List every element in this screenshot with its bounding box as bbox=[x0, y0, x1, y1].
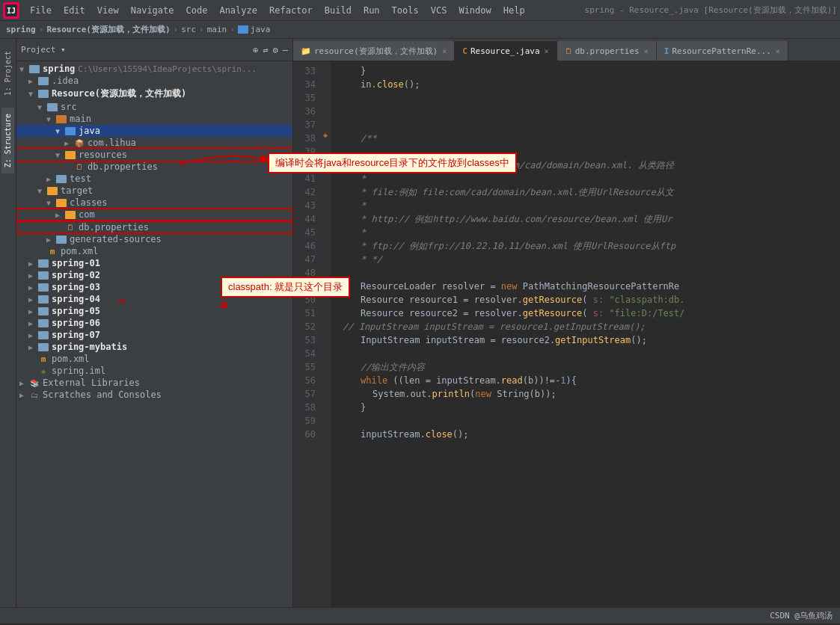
sidebar-title: Project ▾ bbox=[21, 45, 66, 55]
tree-item-target[interactable]: ▼ target bbox=[16, 185, 292, 197]
code-line-52: // InputStream inputStream = resource1.g… bbox=[337, 320, 834, 333]
tree-item-com[interactable]: ▶ com bbox=[16, 209, 292, 221]
menu-analyze[interactable]: Analyze bbox=[213, 4, 263, 17]
sidebar-settings-icon[interactable]: ⚙ bbox=[273, 45, 278, 55]
tree-item-spring04[interactable]: ▶ spring-04 bbox=[16, 293, 292, 305]
menu-build[interactable]: Build bbox=[319, 4, 358, 17]
code-line-40: * classpath: 例如classpath:com/cad/domain/… bbox=[337, 158, 834, 172]
left-strip: 1: Project Z: Structure bbox=[0, 39, 16, 607]
menu-help[interactable]: Help bbox=[497, 4, 531, 17]
tree-item-idea[interactable]: ▶ .idea bbox=[16, 75, 292, 87]
line-numbers: 33 34 35 36 37 38 39 40 41 42 43 44 45 4… bbox=[293, 61, 320, 607]
code-line-51: Resource resource2 = resolver.getResourc… bbox=[337, 307, 834, 320]
menu-run[interactable]: Run bbox=[358, 4, 386, 17]
code-line-50: Resource resource1 = resolver.getResourc… bbox=[337, 293, 834, 307]
tree-item-springiml[interactable]: ▶ ◈ spring.iml bbox=[16, 365, 292, 377]
tree-item-spring[interactable]: ▼ spring C:\Users\15594\IdeaProjects\spr… bbox=[16, 63, 292, 75]
code-line-39 bbox=[337, 145, 834, 158]
menu-edit[interactable]: Edit bbox=[58, 4, 91, 17]
tab-close-resource[interactable]: × bbox=[442, 47, 447, 55]
tab-close-pattern[interactable]: × bbox=[776, 47, 780, 55]
tree-item-test[interactable]: ▶ test bbox=[16, 173, 292, 185]
tree-item-spring05[interactable]: ▶ spring-05 bbox=[16, 305, 292, 317]
sidebar-split-icon[interactable]: ⇌ bbox=[263, 45, 268, 55]
tree-item-scratches[interactable]: ▶ 🗂 Scratches and Consoles bbox=[16, 389, 292, 401]
tree-item-generated[interactable]: ▶ generated-sources bbox=[16, 233, 292, 245]
code-editor[interactable]: 33 34 35 36 37 38 39 40 41 42 43 44 45 4… bbox=[293, 61, 840, 607]
tree-item-dbprops-resources[interactable]: ▶ 🗒 db.properties bbox=[16, 161, 292, 173]
tree-item-spring07[interactable]: ▶ spring-07 bbox=[16, 329, 292, 341]
code-line-36 bbox=[337, 105, 834, 118]
breadcrumb-src[interactable]: src bbox=[181, 25, 196, 34]
menu-view[interactable]: View bbox=[91, 4, 125, 17]
code-line-60: inputStream.close(); bbox=[337, 428, 834, 441]
code-line-42: * file:例如 file:com/cad/domain/bean.xml.使… bbox=[337, 185, 834, 199]
tree-item-src[interactable]: ▼ src bbox=[16, 101, 292, 113]
tree-item-springmybatis[interactable]: ▶ spring-mybatis bbox=[16, 341, 292, 353]
tree-item-resources[interactable]: ▼ resources bbox=[16, 149, 292, 161]
app-logo: IJ bbox=[3, 2, 19, 19]
menu-code[interactable]: Code bbox=[180, 4, 214, 17]
code-line-34: in.close(); bbox=[337, 78, 834, 91]
tree-item-classes[interactable]: ▼ classes bbox=[16, 197, 292, 209]
tab-project[interactable]: 1: Project bbox=[1, 45, 14, 102]
tree-item-spring06[interactable]: ▶ spring-06 bbox=[16, 317, 292, 329]
code-line-48 bbox=[337, 266, 834, 280]
statusbar: CSDN @乌鱼鸡汤 bbox=[0, 607, 840, 624]
tree-item-spring03[interactable]: ▶ spring-03 bbox=[16, 281, 292, 293]
tree-item-java[interactable]: ▼ java bbox=[16, 125, 292, 137]
main-layout: 1: Project Z: Structure Project ▾ ⊕ ⇌ ⚙ … bbox=[0, 39, 840, 607]
menu-vcs[interactable]: VCS bbox=[425, 4, 453, 17]
menu-window[interactable]: Window bbox=[453, 4, 497, 17]
tab-structure[interactable]: Z: Structure bbox=[1, 108, 14, 173]
sidebar-scope-icon[interactable]: ⊕ bbox=[253, 45, 258, 55]
menubar: IJ File Edit View Navigate Code Analyze … bbox=[0, 0, 840, 21]
code-line-54 bbox=[337, 347, 834, 360]
tree-item-dbprops-classes[interactable]: ▶ 🗒 db.properties bbox=[16, 221, 292, 233]
code-line-41: * bbox=[337, 172, 834, 185]
code-line-58: } bbox=[337, 401, 834, 414]
code-line-38: /** bbox=[337, 132, 834, 145]
menu-tools[interactable]: Tools bbox=[386, 4, 425, 17]
code-line-44: * http:// 例如http://www.baidu.com/resourc… bbox=[337, 212, 834, 226]
tab-resource-java[interactable]: C Resource_.java × bbox=[455, 41, 557, 61]
menu-refactor[interactable]: Refactor bbox=[263, 4, 319, 17]
code-line-43: * bbox=[337, 199, 834, 212]
code-line-55: //输出文件内容 bbox=[337, 360, 834, 374]
sidebar: Project ▾ ⊕ ⇌ ⚙ — ▼ spring C:\Users\1559… bbox=[16, 39, 293, 607]
code-line-45: * bbox=[337, 226, 834, 239]
tree-item-spring01[interactable]: ▶ spring-01 bbox=[16, 257, 292, 269]
menu-file[interactable]: File bbox=[24, 4, 58, 17]
tree-item-main[interactable]: ▼ main bbox=[16, 113, 292, 125]
sidebar-minus-icon[interactable]: — bbox=[283, 45, 288, 55]
breadcrumb-resource[interactable]: Resource(资源加载，文件加载) bbox=[46, 24, 170, 35]
code-line-57: System.out.println(new String(b)); bbox=[337, 387, 834, 401]
editor-area: 📁 resource(资源加载，文件加载) × C Resource_.java… bbox=[293, 39, 840, 607]
breadcrumb-java-folder: java bbox=[238, 25, 271, 34]
tree-item-comlihua[interactable]: ▶ 📦 com.lihua bbox=[16, 137, 292, 149]
breadcrumb-spring[interactable]: spring bbox=[6, 25, 36, 34]
breadcrumb-java[interactable]: java bbox=[251, 25, 271, 34]
code-line-56: while ((len = inputStream.read(b))!=-1){ bbox=[337, 374, 834, 387]
sidebar-header: Project ▾ ⊕ ⇌ ⚙ — bbox=[16, 39, 292, 61]
code-line-37 bbox=[337, 118, 834, 132]
tab-close-java[interactable]: × bbox=[545, 47, 549, 55]
tree-item-spring02[interactable]: ▶ spring-02 bbox=[16, 269, 292, 281]
tab-resource-folder[interactable]: 📁 resource(资源加载，文件加载) × bbox=[293, 41, 455, 61]
tab-resourcepattern[interactable]: I ResourcePatternRe... × bbox=[657, 41, 788, 61]
svg-text:IJ: IJ bbox=[7, 7, 16, 15]
tree-item-extlibs[interactable]: ▶ 📚 External Libraries bbox=[16, 377, 292, 389]
window-title: spring - Resource_.java [Resource(资源加载，文… bbox=[585, 4, 837, 16]
menu-navigate[interactable]: Navigate bbox=[125, 4, 180, 17]
sidebar-tree: ▼ spring C:\Users\15594\IdeaProjects\spr… bbox=[16, 61, 292, 607]
editor-gutter: ◈ bbox=[320, 61, 331, 607]
code-line-46: * ftp:// 例如frp://10.22.10.11/bean.xml 使用… bbox=[337, 239, 834, 253]
code-content[interactable]: } in.close(); /** bbox=[331, 61, 840, 607]
breadcrumb-main[interactable]: main bbox=[207, 25, 227, 34]
statusbar-text: CSDN @乌鱼鸡汤 bbox=[770, 610, 833, 621]
tab-close-dbprops[interactable]: × bbox=[644, 47, 649, 55]
tree-item-resource[interactable]: ▼ Resource(资源加载，文件加载) bbox=[16, 87, 292, 101]
tree-item-pomxml-resource[interactable]: ▶ m pom.xml bbox=[16, 245, 292, 257]
tab-dbprops[interactable]: 🗒 db.properties × bbox=[557, 41, 657, 61]
tree-item-pomxml2[interactable]: ▶ m pom.xml bbox=[16, 353, 292, 365]
